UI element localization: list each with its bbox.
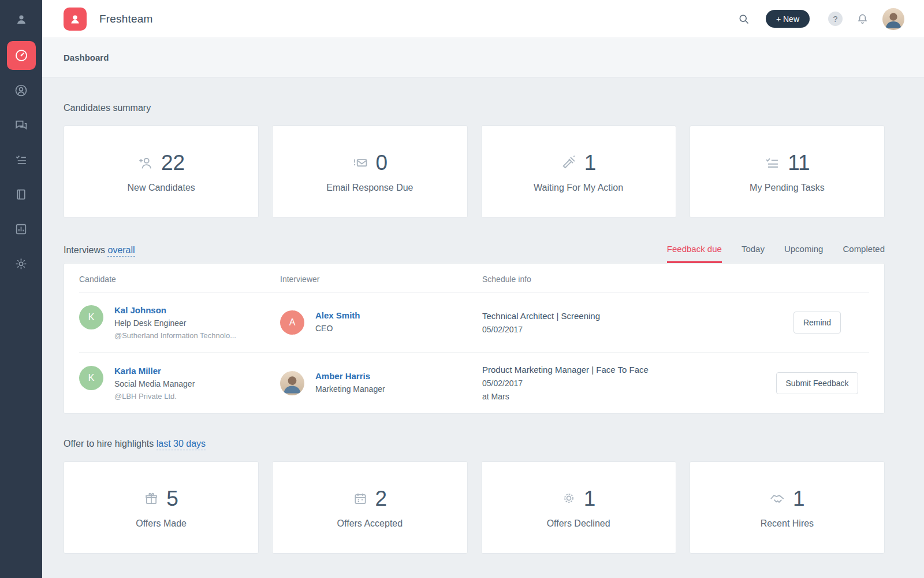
sidebar-item-job-postings[interactable] [0,177,42,212]
offers-cards: 5 Offers Made 2 Offers Accepted [64,461,885,554]
column-candidate: Candidate [79,275,280,284]
sidebar-item-user[interactable] [0,0,42,38]
card-my-pending-tasks[interactable]: 11 My Pending Tasks [690,125,885,218]
gift-icon [144,491,159,506]
column-schedule-info: Schedule info [482,275,765,284]
card-waiting-for-my-action[interactable]: 1 Waiting For My Action [481,125,676,218]
avatar: A [280,310,304,335]
avatar: K [79,305,103,329]
column-interviewer: Interviewer [280,275,482,284]
stat-value: 1 [793,487,805,511]
sidebar [0,0,42,578]
schedule-cell: Product Marketing Manager | Face To Face… [482,365,765,401]
schedule-position: Technical Architect | Screening [482,311,765,321]
card-offers-declined[interactable]: 1 Offers Declined [481,461,676,554]
settings-gear-icon [14,257,28,271]
dashboard-icon [7,41,36,70]
interviewer-name-link[interactable]: Alex Smith [315,310,360,320]
sidebar-item-candidates[interactable] [0,73,42,108]
help-button[interactable]: ? [828,12,843,26]
sidebar-item-settings[interactable] [0,246,42,281]
freshteam-logo[interactable] [64,8,87,31]
interviewer-role: CEO [315,324,360,333]
handshake-icon [769,491,785,507]
stat-label: Recent Hires [761,518,814,529]
tab-feedback-due[interactable]: Feedback due [667,244,722,263]
checklist-icon [764,155,780,171]
tab-completed[interactable]: Completed [843,244,885,263]
stat-value: 5 [166,487,178,511]
stat-value: 1 [584,151,597,175]
interviewer-role: Marketing Manager [315,384,385,394]
interviewer-name-link[interactable]: Amber Harris [315,371,385,381]
interviews-tabs: Feedback due Today Upcoming Completed [667,244,885,263]
interviewer-cell: A Alex Smith CEO [280,310,482,335]
stat-label: Offers Accepted [337,518,403,529]
candidate-company: @LBH Private Ltd. [114,392,195,401]
candidate-cell: K Kal Johnson Help Desk Engineer @Suther… [79,305,280,340]
candidate-cell: K Karla Miller Social Media Manager @LBH… [79,366,280,401]
stat-label: New Candidates [127,183,195,193]
schedule-position: Product Marketing Manager | Face To Face [482,365,765,375]
interviews-title: Interviews [64,245,105,255]
add-candidate-icon [137,155,154,171]
calendar-icon [353,491,368,506]
stat-value: 1 [584,487,596,511]
sidebar-item-conversations[interactable] [0,108,42,142]
schedule-cell: Technical Architect | Screening 05/02/20… [482,311,765,334]
candidate-name-link[interactable]: Karla Miller [114,366,195,376]
card-new-candidates[interactable]: 22 New Candidates [64,125,259,218]
stat-value: 2 [375,487,388,511]
interviewer-cell: Amber Harris Marketing Manager [280,371,482,395]
interviews-section-head: Interviews overall Feedback due Today Up… [64,244,885,263]
interviews-scope-dropdown[interactable]: overall [107,245,135,257]
avatar [280,371,304,395]
offers-section-head: Offer to hire highlights last 30 days [64,439,885,449]
sidebar-item-reports[interactable] [0,212,42,246]
stat-value: 0 [376,151,388,175]
interviews-table-header: Candidate Interviewer Schedule info [79,264,869,293]
dashboard-content: Candidates summary 22 New Candidates 0 [42,77,924,578]
breadcrumb-bar: Dashboard [42,38,924,77]
stat-label: Offers Declined [547,518,610,529]
notifications-bell-icon[interactable] [856,13,869,25]
badge-icon [561,491,576,506]
stat-value: 11 [788,151,810,175]
top-header: Freshteam + New ? [42,0,924,38]
offers-scope-dropdown[interactable]: last 30 days [157,439,206,450]
new-button[interactable]: + New [766,10,810,28]
candidate-role: Help Desk Engineer [114,318,236,328]
tab-upcoming[interactable]: Upcoming [784,244,824,263]
stat-label: Offers Made [136,518,187,529]
submit-feedback-button[interactable]: Submit Feedback [776,372,859,394]
stat-label: My Pending Tasks [750,183,825,193]
stat-label: Email Response Due [326,183,413,193]
search-icon[interactable] [738,13,750,25]
remind-button[interactable]: Remind [793,312,841,334]
gavel-icon [561,155,577,171]
card-recent-hires[interactable]: 1 Recent Hires [690,461,885,554]
sidebar-item-tasks[interactable] [0,142,42,177]
interviews-table: Candidate Interviewer Schedule info K Ka… [64,263,885,414]
breadcrumb[interactable]: Dashboard [64,53,109,62]
tasks-icon [14,153,28,166]
profile-avatar[interactable] [882,8,904,30]
conversations-icon [14,118,28,132]
sidebar-item-dashboard[interactable] [0,38,42,73]
candidate-role: Social Media Manager [114,379,195,388]
job-postings-icon [14,188,28,201]
tab-today[interactable]: Today [742,244,765,263]
card-offers-accepted[interactable]: 2 Offers Accepted [272,461,467,554]
card-offers-made[interactable]: 5 Offers Made [64,461,259,554]
stat-label: Waiting For My Action [534,183,623,193]
candidates-summary-cards: 22 New Candidates 0 Email Response Due [64,125,885,218]
email-alert-icon [352,155,368,171]
schedule-location: at Mars [482,392,765,401]
app-name: Freshteam [99,13,153,25]
card-email-response-due[interactable]: 0 Email Response Due [272,125,467,218]
candidate-name-link[interactable]: Kal Johnson [114,305,236,315]
table-row: K Kal Johnson Help Desk Engineer @Suther… [79,293,869,352]
reports-icon [14,223,28,236]
schedule-date: 05/02/2017 [482,379,765,388]
offers-title: Offer to hire highlights [64,439,154,449]
